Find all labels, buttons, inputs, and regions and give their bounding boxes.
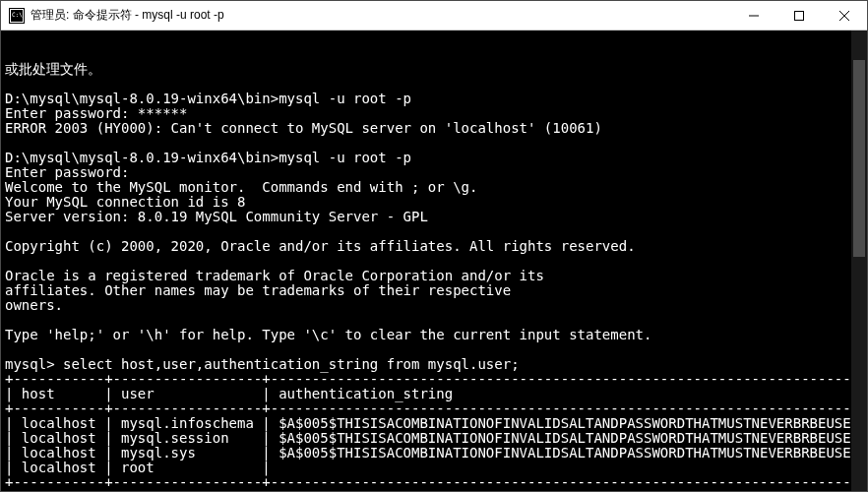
vertical-scrollbar[interactable] [851,31,867,491]
close-button[interactable] [822,1,867,30]
titlebar[interactable]: C:\ 管理员: 命令提示符 - mysql -u root -p [1,1,867,31]
terminal-area[interactable]: 或批处理文件。 D:\mysql\mysql-8.0.19-winx64\bin… [1,31,867,491]
maximize-button[interactable] [776,1,822,30]
terminal-output: 或批处理文件。 D:\mysql\mysql-8.0.19-winx64\bin… [5,62,863,491]
svg-text:C:\: C:\ [12,11,23,18]
scrollbar-thumb[interactable] [853,60,865,257]
cmd-icon: C:\ [9,8,25,24]
minimize-button[interactable] [731,1,776,30]
window-controls [731,1,867,30]
svg-rect-5 [795,11,804,20]
cmd-window: C:\ 管理员: 命令提示符 - mysql -u root -p 或批处理文件… [0,0,868,492]
window-title: 管理员: 命令提示符 - mysql -u root -p [31,7,731,24]
